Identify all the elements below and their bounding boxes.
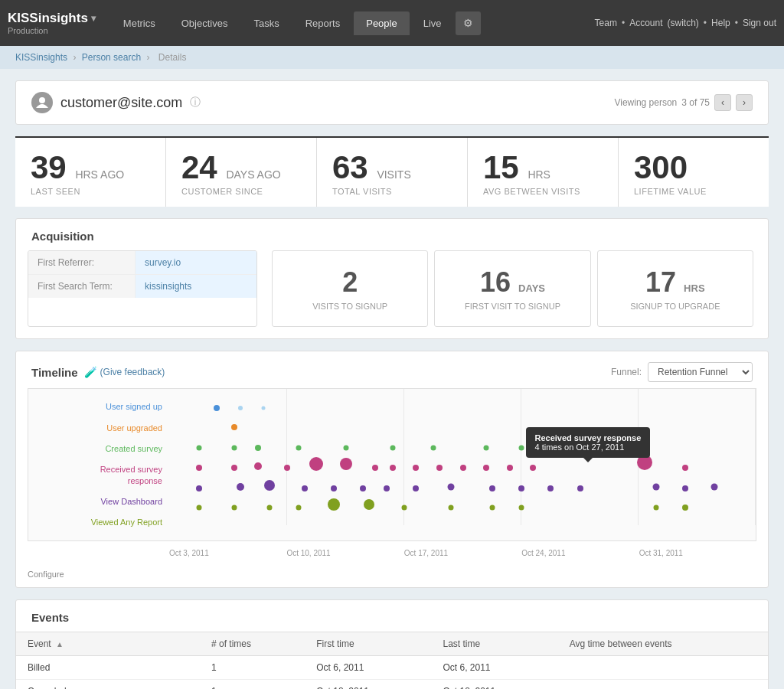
dot-orange-1	[231, 424, 237, 430]
label-user-signed-up: User signed up	[28, 401, 170, 412]
event-times: 1	[200, 680, 305, 690]
beaker-icon: 🧪	[84, 366, 97, 378]
settings-button[interactable]: ⚙	[456, 11, 481, 35]
events-table: Event ▲ # of times First time Last time …	[16, 632, 768, 689]
nav-tasks[interactable]: Tasks	[241, 11, 291, 35]
signout-link[interactable]: Sign out	[743, 18, 776, 28]
breadcrumb-home[interactable]: KISSinsights	[15, 52, 67, 63]
nav-metrics[interactable]: Metrics	[111, 11, 168, 35]
signup-upgrade-number: 17 HRS	[609, 266, 741, 299]
referrer-row-2: First Search Term: kissinsights	[28, 275, 256, 298]
dot-purple-8	[413, 485, 419, 491]
dot-lime-4	[296, 505, 302, 510]
dot-lime-7	[402, 505, 407, 510]
dot-purple-1	[196, 485, 202, 491]
date-4: Oct 24, 2011	[521, 549, 639, 557]
event-last: Oct 18, 2011	[432, 680, 558, 690]
funnel-dropdown[interactable]: Retention Funnel Acquisition Funnel Cust…	[648, 362, 753, 382]
acq-stat-first-visit: 16 DAYS FIRST VISIT TO SIGNUP	[434, 250, 590, 327]
dot-green-3	[255, 445, 261, 451]
dot-blue-trail2	[262, 406, 266, 410]
dot-pink-6	[340, 458, 352, 470]
logo[interactable]: KISSinsights ▾	[8, 11, 96, 26]
dot-lime-11	[653, 505, 658, 510]
dot-pink-13	[507, 465, 513, 471]
account-link[interactable]: Account	[629, 18, 662, 28]
label-view-dashboard: View Dashboard	[28, 496, 170, 507]
avg-visits-label: AVG BETWEEN VISITS	[483, 187, 603, 196]
table-row: Canceled 1 Oct 18, 2011 Oct 18, 2011	[16, 680, 768, 690]
events-header-row: Event ▲ # of times First time Last time …	[16, 632, 768, 656]
col-event[interactable]: Event ▲	[16, 632, 200, 656]
date-1: Oct 3, 2011	[169, 549, 286, 557]
dot-purple-4	[302, 485, 308, 491]
dot-lime-3	[267, 505, 273, 510]
dot-purple-11	[518, 485, 524, 491]
next-person-button[interactable]: ›	[736, 94, 753, 111]
logo-dropdown-arrow[interactable]: ▾	[91, 13, 96, 24]
dot-lime-12	[682, 505, 688, 511]
event-avg	[558, 656, 768, 680]
total-visits-number: 63 VISITS	[332, 152, 452, 184]
dot-purple-10	[489, 485, 495, 491]
dot-purple-5	[331, 485, 337, 491]
dot-purple-14	[652, 484, 659, 491]
acquisition-section: Acquisition First Referrer: survey.io Fi…	[15, 218, 769, 339]
event-last: Oct 6, 2011	[432, 656, 558, 680]
label-viewed-report: Viewed Any Report	[28, 517, 170, 527]
timeline-header: Timeline 🧪 (Give feedback) Funnel: Reten…	[16, 351, 768, 388]
col-avg[interactable]: Avg time between events	[558, 632, 768, 656]
dot-lime-1	[197, 505, 202, 510]
first-search-value: kissinsights	[136, 275, 256, 298]
team-link[interactable]: Team	[595, 18, 617, 28]
nav-reports[interactable]: Reports	[293, 11, 353, 35]
last-seen-label: LAST SEEN	[31, 187, 150, 196]
timeline-tooltip: Received survey response 4 times on Oct …	[526, 427, 651, 458]
timeline-labels: User signed up User upgraded Created sur…	[28, 389, 170, 540]
dot-pink-4	[284, 465, 290, 471]
nav-objectives[interactable]: Objectives	[169, 11, 240, 35]
stat-customer-since: 24 DAYS AGO CUSTOMER SINCE	[166, 138, 317, 207]
feedback-link[interactable]: (Give feedback)	[100, 367, 165, 377]
switch-link[interactable]: (switch)	[668, 18, 699, 28]
person-card: customer@site.com ⓘ Viewing person 3 of …	[15, 80, 769, 125]
help-link[interactable]: Help	[711, 18, 730, 28]
info-icon[interactable]: ⓘ	[190, 96, 201, 109]
dot-green-7	[431, 445, 436, 450]
chart-dots-area: Received survey response 4 times on Oct …	[170, 389, 756, 525]
nav-live[interactable]: Live	[411, 11, 454, 35]
acq-stat-signup-upgrade: 17 HRS SIGNUP TO UPGRADE	[597, 250, 753, 327]
dot-green-8	[484, 445, 489, 450]
first-referrer-label: First Referrer:	[28, 251, 136, 274]
dot-pink-5	[309, 457, 323, 471]
funnel-label: Funnel:	[611, 367, 642, 377]
breadcrumb-person-search[interactable]: Person search	[82, 52, 141, 63]
person-avatar	[31, 92, 53, 113]
events-table-head: Event ▲ # of times First time Last time …	[16, 632, 768, 656]
dot-lime-9	[489, 505, 495, 510]
dot-pink-1	[196, 465, 202, 471]
dots-layer	[170, 389, 756, 525]
customer-since-number: 24 DAYS AGO	[181, 152, 301, 184]
table-row: Billed 1 Oct 6, 2011 Oct 6, 2011	[16, 656, 768, 680]
configure-link[interactable]: Configure	[28, 570, 64, 579]
main-content: customer@site.com ⓘ Viewing person 3 of …	[0, 69, 784, 689]
event-name: Canceled	[16, 680, 200, 690]
first-referrer-value: survey.io	[136, 251, 256, 274]
first-visit-unit: DAYS	[518, 282, 545, 294]
logo-subtitle: Production	[8, 26, 96, 35]
nav-people[interactable]: People	[354, 11, 409, 35]
col-times[interactable]: # of times	[200, 632, 305, 656]
label-user-upgraded: User upgraded	[28, 423, 170, 433]
col-last[interactable]: Last time	[432, 632, 558, 656]
dot-blue-trail	[238, 406, 243, 410]
dot-pink-11	[460, 465, 466, 471]
col-first[interactable]: First time	[305, 632, 431, 656]
dot-purple-16	[711, 484, 718, 491]
prev-person-button[interactable]: ‹	[714, 94, 731, 111]
dot-lime-6	[364, 499, 374, 510]
visits-signup-number: 2	[284, 266, 416, 299]
viewing-count: 3 of 75	[681, 97, 710, 108]
timeline-title: Timeline	[31, 366, 78, 379]
dot-pink-8	[390, 465, 396, 471]
